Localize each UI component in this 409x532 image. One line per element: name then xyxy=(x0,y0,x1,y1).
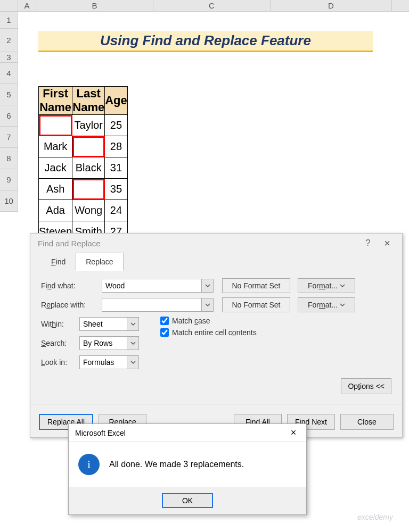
sheet-title-banner: Using Find and Replace Feature xyxy=(38,31,373,52)
lookin-label: Look in: xyxy=(41,358,76,367)
search-select[interactable] xyxy=(79,336,127,350)
row-header-8[interactable]: 8 xyxy=(0,148,18,169)
chevron-down-icon xyxy=(130,360,136,365)
find-what-input[interactable] xyxy=(102,279,202,293)
chevron-down-icon xyxy=(130,321,136,327)
within-select[interactable] xyxy=(79,317,127,331)
cell-C7[interactable]: Black xyxy=(72,157,105,179)
lookin-select[interactable] xyxy=(79,355,127,369)
close-button[interactable]: Close xyxy=(340,414,394,430)
search-label: Search: xyxy=(41,339,76,347)
table-row: Jack Black 31 xyxy=(39,157,128,179)
col-header-D[interactable]: D xyxy=(271,0,392,11)
cell-C5[interactable]: Taylor xyxy=(72,115,105,136)
replace-with-dropdown[interactable] xyxy=(202,298,214,312)
chevron-down-icon xyxy=(205,283,210,288)
row-headers: 1 2 3 4 5 6 7 8 9 10 xyxy=(0,12,18,212)
info-icon: i xyxy=(78,454,100,475)
row-header-7[interactable]: 7 xyxy=(0,127,18,148)
row-header-4[interactable]: 4 xyxy=(0,63,18,84)
col-header-A[interactable]: A xyxy=(18,0,36,11)
find-replace-dialog: Find and Replace ? × Find Replace Find w… xyxy=(30,233,403,438)
help-button[interactable]: ? xyxy=(359,238,377,248)
dialog-title: Find and Replace xyxy=(38,239,359,248)
data-table: First Name Last Name Age Taylor 25 Mark … xyxy=(38,86,128,243)
match-entire-checkbox[interactable]: Match entire cell contents xyxy=(160,328,257,337)
cell-C9[interactable]: Wong xyxy=(72,200,105,221)
msgbox-text: All done. We made 3 replacements. xyxy=(109,460,244,469)
cell-B9[interactable]: Ada xyxy=(39,200,72,221)
chevron-down-icon xyxy=(340,302,345,307)
tab-replace[interactable]: Replace xyxy=(76,253,123,271)
replace-with-input[interactable] xyxy=(102,298,202,312)
chevron-down-icon xyxy=(205,302,210,307)
dialog-close-button[interactable]: × xyxy=(377,237,398,250)
cell-D8[interactable]: 35 xyxy=(105,179,128,200)
chevron-down-icon xyxy=(340,283,345,288)
within-dropdown[interactable] xyxy=(127,317,139,331)
cell-D7[interactable]: 31 xyxy=(105,157,128,179)
tab-find[interactable]: Find xyxy=(41,253,76,271)
table-row: Ada Wong 24 xyxy=(39,200,128,221)
row-header-1[interactable]: 1 xyxy=(0,12,18,29)
row-header-5[interactable]: 5 xyxy=(0,84,18,105)
cell-B7[interactable]: Jack xyxy=(39,157,72,179)
chevron-down-icon xyxy=(130,340,136,346)
options-button[interactable]: Options << xyxy=(341,378,391,394)
table-row: Taylor 25 xyxy=(39,115,128,136)
col-header-B[interactable]: B xyxy=(36,0,153,11)
cell-B6[interactable]: Mark xyxy=(39,136,72,157)
search-dropdown[interactable] xyxy=(127,336,139,350)
col-header-C[interactable]: C xyxy=(153,0,271,11)
match-case-checkbox[interactable]: Match case xyxy=(160,317,257,325)
cell-B5[interactable] xyxy=(39,115,72,136)
table-row: Mark 28 xyxy=(39,136,128,157)
column-headers: A B C D xyxy=(0,0,409,12)
within-label: Within: xyxy=(41,320,76,328)
msgbox-title: Microsoft Excel xyxy=(75,429,283,437)
cell-D9[interactable]: 24 xyxy=(105,200,128,221)
replace-format-button[interactable]: Format... xyxy=(298,297,355,312)
header-first-name[interactable]: First Name xyxy=(39,87,72,115)
find-what-dropdown[interactable] xyxy=(202,279,214,293)
select-all-corner[interactable] xyxy=(0,0,18,11)
find-format-preview: No Format Set xyxy=(222,278,290,293)
cell-D5[interactable]: 25 xyxy=(105,115,128,136)
ok-button[interactable]: OK xyxy=(162,493,213,508)
message-box: Microsoft Excel × i All done. We made 3 … xyxy=(68,423,307,515)
cell-C8[interactable] xyxy=(72,179,105,200)
row-header-3[interactable]: 3 xyxy=(0,52,18,63)
row-header-10[interactable]: 10 xyxy=(0,190,18,212)
cell-B8[interactable]: Ash xyxy=(39,179,72,200)
msgbox-close-button[interactable]: × xyxy=(283,425,304,441)
header-age[interactable]: Age xyxy=(105,87,128,115)
cell-C6[interactable] xyxy=(72,136,105,157)
watermark: exceldemy xyxy=(357,513,393,521)
row-header-9[interactable]: 9 xyxy=(0,169,18,190)
row-header-6[interactable]: 6 xyxy=(0,105,18,127)
replace-with-label: Replace with: xyxy=(41,301,99,309)
header-last-name[interactable]: Last Name xyxy=(72,87,105,115)
row-header-2[interactable]: 2 xyxy=(0,29,18,52)
replace-format-preview: No Format Set xyxy=(222,297,290,312)
table-row: Ash 35 xyxy=(39,179,128,200)
lookin-dropdown[interactable] xyxy=(127,355,139,369)
find-format-button[interactable]: Format... xyxy=(298,278,355,293)
find-what-label: Find what: xyxy=(41,281,99,290)
cell-D6[interactable]: 28 xyxy=(105,136,128,157)
